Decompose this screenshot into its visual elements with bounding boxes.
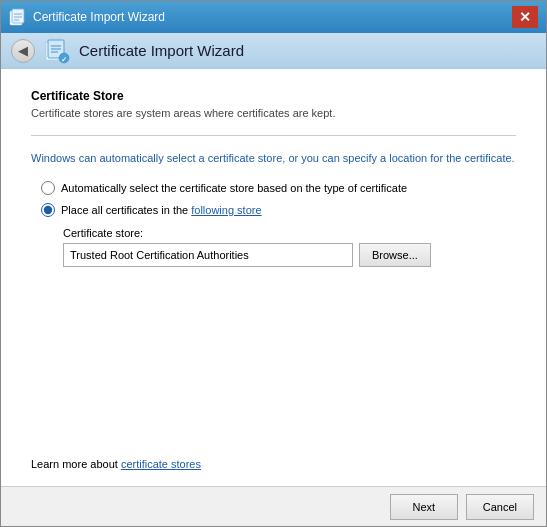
divider bbox=[31, 135, 516, 136]
cert-store-label: Certificate store: bbox=[63, 227, 516, 239]
back-button[interactable]: ◀ bbox=[11, 39, 35, 63]
wizard-title-icon bbox=[9, 8, 27, 26]
cert-store-section: Certificate store: Browse... bbox=[63, 227, 516, 267]
section-header: Certificate Store Certificate stores are… bbox=[31, 89, 516, 119]
title-bar-controls: ✕ bbox=[512, 6, 538, 28]
window-title: Certificate Import Wizard bbox=[33, 10, 165, 24]
main-window: Certificate Import Wizard ✕ ◀ ✓ Certific… bbox=[0, 0, 547, 527]
section-title: Certificate Store bbox=[31, 89, 516, 103]
svg-rect-1 bbox=[12, 9, 24, 23]
radio-auto-label: Automatically select the certificate sto… bbox=[61, 182, 407, 194]
radio-manual[interactable] bbox=[41, 203, 55, 217]
close-button[interactable]: ✕ bbox=[512, 6, 538, 28]
radio-auto[interactable] bbox=[41, 181, 55, 195]
cancel-button[interactable]: Cancel bbox=[466, 494, 534, 520]
radio-option-1[interactable]: Automatically select the certificate sto… bbox=[41, 181, 516, 195]
nav-wizard-icon: ✓ bbox=[43, 37, 71, 65]
footer-link: Learn more about certificate stores bbox=[31, 458, 516, 470]
title-bar: Certificate Import Wizard ✕ bbox=[1, 1, 546, 33]
next-button[interactable]: Next bbox=[390, 494, 458, 520]
info-text: Windows can automatically select a certi… bbox=[31, 150, 516, 167]
cert-store-input[interactable] bbox=[63, 243, 353, 267]
svg-text:✓: ✓ bbox=[61, 56, 67, 63]
content-area: Certificate Store Certificate stores are… bbox=[1, 69, 546, 526]
spacer bbox=[31, 267, 516, 459]
radio-manual-label: Place all certificates in the following … bbox=[61, 204, 262, 216]
footer-buttons-bar: Next Cancel bbox=[1, 486, 546, 526]
back-icon: ◀ bbox=[18, 43, 28, 58]
title-bar-left: Certificate Import Wizard bbox=[9, 8, 165, 26]
learn-more-link[interactable]: certificate stores bbox=[121, 458, 201, 470]
radio-option-2[interactable]: Place all certificates in the following … bbox=[41, 203, 516, 217]
browse-button[interactable]: Browse... bbox=[359, 243, 431, 267]
nav-bar: ◀ ✓ Certificate Import Wizard bbox=[1, 33, 546, 69]
section-description: Certificate stores are system areas wher… bbox=[31, 107, 516, 119]
radio-group: Automatically select the certificate sto… bbox=[41, 181, 516, 217]
nav-title: Certificate Import Wizard bbox=[79, 42, 244, 59]
cert-store-row: Browse... bbox=[63, 243, 516, 267]
